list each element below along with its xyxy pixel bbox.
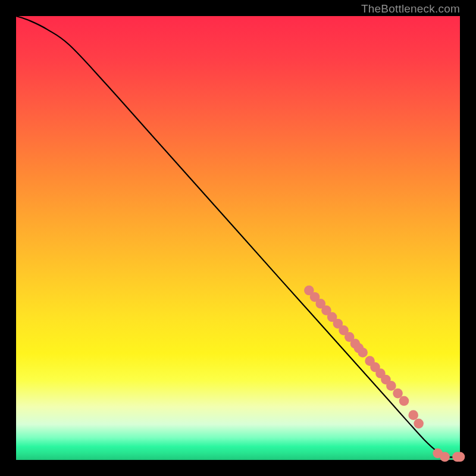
data-point: [399, 396, 409, 406]
plot-area: [16, 16, 460, 460]
data-point: [408, 410, 418, 420]
data-point: [455, 452, 465, 462]
chart-svg: [16, 16, 460, 460]
curve-line: [16, 16, 460, 457]
data-point: [386, 381, 396, 391]
data-point: [440, 452, 450, 462]
attribution-text: TheBottleneck.com: [361, 2, 460, 15]
data-points: [304, 286, 465, 462]
data-point: [358, 347, 368, 358]
data-point: [414, 419, 424, 429]
chart-stage: TheBottleneck.com: [0, 0, 476, 476]
